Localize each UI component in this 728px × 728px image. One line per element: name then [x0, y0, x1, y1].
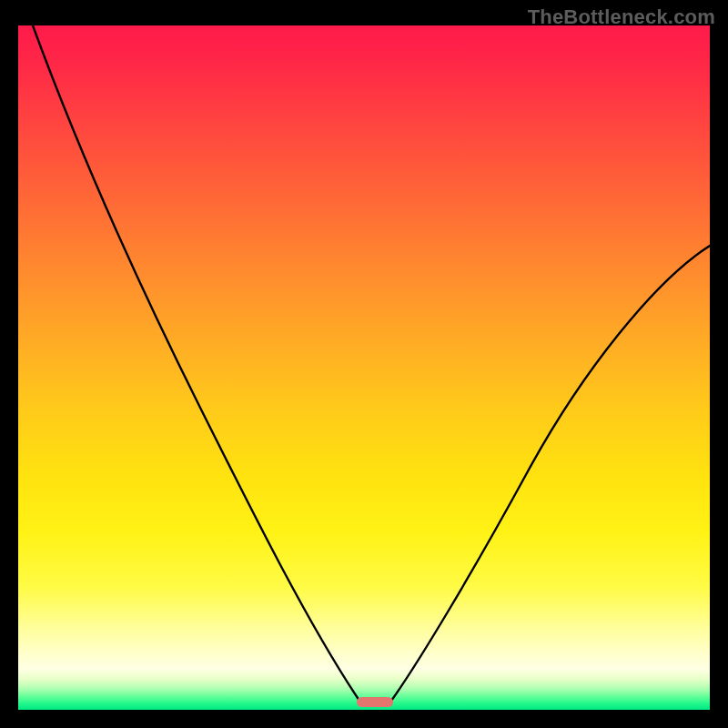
bottleneck-curve	[18, 25, 710, 710]
chart-frame: TheBottleneck.com	[0, 0, 728, 728]
bottleneck-curve-path	[33, 25, 710, 701]
plot-area	[18, 25, 710, 710]
optimal-range-marker	[357, 697, 393, 707]
